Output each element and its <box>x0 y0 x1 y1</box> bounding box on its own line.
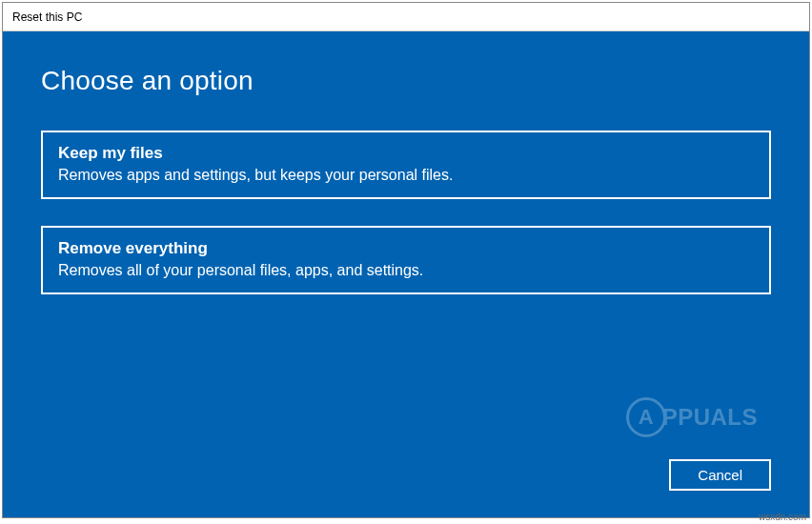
option-keep-my-files[interactable]: Keep my files Removes apps and settings,… <box>41 131 771 199</box>
option-title: Remove everything <box>58 239 754 258</box>
window-title: Reset this PC <box>12 10 82 24</box>
content-area: Choose an option Keep my files Removes a… <box>3 31 809 517</box>
page-heading: Choose an option <box>41 66 771 96</box>
titlebar: Reset this PC <box>3 3 809 31</box>
watermark-icon: A <box>626 397 666 437</box>
attribution-text: wsxdn.com <box>759 512 806 522</box>
watermark-logo: A PPUALS <box>626 397 758 437</box>
option-description: Removes all of your personal files, apps… <box>58 262 754 279</box>
option-title: Keep my files <box>58 144 754 163</box>
watermark-text: PPUALS <box>662 404 758 431</box>
option-remove-everything[interactable]: Remove everything Removes all of your pe… <box>41 226 771 294</box>
dialog-window: Reset this PC Choose an option Keep my f… <box>2 2 810 518</box>
dialog-footer: Cancel <box>669 459 771 491</box>
cancel-button[interactable]: Cancel <box>669 459 771 491</box>
option-description: Removes apps and settings, but keeps you… <box>58 167 754 184</box>
